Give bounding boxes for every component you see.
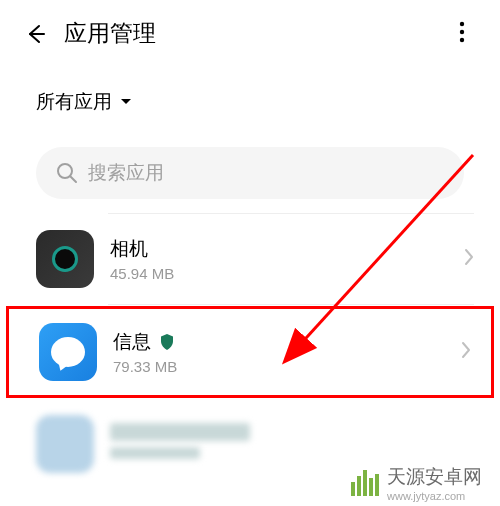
svg-point-1 bbox=[460, 22, 464, 26]
filter-label: 所有应用 bbox=[36, 89, 112, 115]
search-placeholder: 搜索应用 bbox=[88, 160, 164, 186]
divider bbox=[108, 304, 474, 305]
app-name: 相机 bbox=[110, 236, 456, 262]
blurred-text bbox=[110, 423, 250, 441]
svg-point-3 bbox=[460, 38, 464, 42]
watermark-url: www.jytyaz.com bbox=[387, 490, 492, 502]
more-vertical-icon bbox=[459, 21, 465, 43]
watermark-logo-icon bbox=[351, 470, 379, 496]
back-arrow-icon bbox=[25, 23, 47, 45]
filter-dropdown[interactable]: 所有应用 bbox=[0, 63, 500, 133]
app-item-messages[interactable]: 信息 79.33 MB bbox=[6, 306, 494, 398]
chevron-right-icon bbox=[461, 341, 471, 363]
app-item-camera[interactable]: 相机 45.94 MB bbox=[0, 214, 500, 304]
page-title: 应用管理 bbox=[64, 18, 156, 49]
blurred-app-icon bbox=[36, 415, 94, 473]
svg-line-5 bbox=[70, 176, 76, 182]
chevron-down-icon bbox=[120, 98, 132, 106]
messages-app-icon bbox=[39, 323, 97, 381]
watermark: 天源安卓网 www.jytyaz.com bbox=[343, 460, 500, 506]
app-size: 45.94 MB bbox=[110, 265, 456, 282]
search-input[interactable]: 搜索应用 bbox=[36, 147, 464, 199]
app-size: 79.33 MB bbox=[113, 358, 453, 375]
svg-point-2 bbox=[460, 30, 464, 34]
shield-icon bbox=[159, 333, 175, 351]
more-menu-button[interactable] bbox=[448, 18, 476, 46]
chevron-right-icon bbox=[464, 248, 474, 270]
camera-app-icon bbox=[36, 230, 94, 288]
app-list: 相机 45.94 MB 信息 79.33 MB bbox=[0, 213, 500, 473]
app-name: 信息 bbox=[113, 329, 453, 355]
watermark-text: 天源安卓网 bbox=[387, 464, 482, 490]
search-icon bbox=[56, 162, 78, 184]
blurred-text bbox=[110, 447, 200, 459]
back-button[interactable] bbox=[22, 20, 50, 48]
